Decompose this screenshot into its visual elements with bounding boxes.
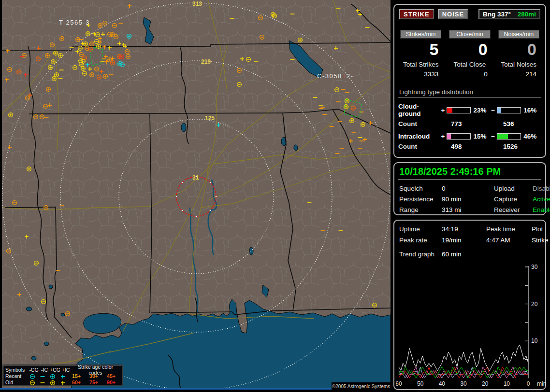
strikes-per-min-value: 5 [398, 41, 443, 58]
legend-col-neg-cg: -CG [29, 367, 39, 373]
ic-pos-bar [447, 133, 471, 140]
upload-status: Disabled [533, 185, 550, 192]
svg-text:30: 30 [460, 380, 467, 387]
cloud-ground-label: Cloud-ground [398, 103, 441, 117]
noise-mode-button[interactable]: NOISE [438, 9, 468, 19]
ring-label-219: 219 [201, 58, 211, 65]
close-per-min-meter: Close/min 0 Total Close 0 [447, 30, 492, 78]
svg-text:60: 60 [396, 380, 402, 387]
ic-pos-count: 498 [451, 143, 503, 150]
age-45-label: 45+ [102, 373, 120, 379]
trend-graph-chart: 1020306050403020100min [396, 262, 550, 389]
legend-col-pos-ic: +IC [60, 367, 71, 373]
circle-plus-icon [47, 373, 58, 379]
distribution-title: Lightning type distribution [398, 88, 541, 98]
copyright-text: ©2005 Astrogenic Systems [332, 382, 391, 391]
circle-minus-icon [28, 373, 38, 379]
settings-grid: Squelch 0 Upload Disabled Persistence 90… [398, 180, 541, 213]
svg-text:10: 10 [531, 337, 538, 344]
intracloud-label: Intracloud [398, 133, 441, 140]
total-noises-label: Total Noises [496, 61, 541, 68]
close-per-min-chip[interactable]: Close/min [449, 30, 490, 39]
plot-value: Strike [532, 237, 549, 244]
capture-label: Capture [494, 196, 533, 203]
svg-text:0: 0 [527, 380, 530, 387]
svg-text:50: 50 [417, 380, 424, 387]
legend-recent-row: Recent 15+ 30+ 45+ [5, 373, 120, 379]
telemetry-panel: STRIKE NOISE Bng 337° 280mi Strikes/min … [392, 0, 550, 392]
cg-neg-pct: 16% [523, 107, 541, 114]
persistence-value: 90 min [442, 196, 494, 203]
legend-old-row: Old 60+ 75+ 90+ [5, 379, 120, 385]
upload-label: Upload [494, 185, 533, 192]
total-strikes-value: 3333 [398, 70, 443, 78]
uptime-grid: Uptime 34:19 Peak time Plot Peak rate 19… [398, 224, 541, 244]
strike-mode-button[interactable]: STRIKE [399, 9, 434, 19]
trend-graph-row: Trend graph 60 min [398, 244, 541, 258]
trend-box: Uptime 34:19 Peak time Plot Peak rate 19… [393, 220, 546, 390]
range-label: Range [399, 206, 442, 213]
minus-icon [37, 373, 47, 379]
datetime-display: 10/18/2025 2:49:16 PM [398, 165, 541, 180]
svg-text:T-2565-3-: T-2565-3- [59, 19, 93, 26]
ring-label-31: 31 [192, 174, 199, 181]
symbols-legend: Symbols -CG -IC +CG +IC Strike age color… [3, 365, 122, 385]
svg-text:10: 10 [504, 380, 510, 387]
strikes-per-min-chip[interactable]: Strikes/min [400, 30, 441, 39]
bearing-readout: Bng 337° 280mi [478, 9, 540, 19]
noises-per-min-meter: Noises/min 0 Total Noises 214 [496, 30, 541, 78]
total-close-value: 0 [447, 70, 492, 78]
noises-per-min-chip[interactable]: Noises/min [498, 30, 539, 39]
svg-text:min: min [537, 380, 546, 387]
legend-symbols-header: Symbols [5, 367, 29, 373]
lightning-map[interactable]: 313 219 125 31 T-2565-3-C-3058+2- [0, 0, 391, 392]
legend-header-row: Symbols -CG -IC +CG +IC Strike age color… [5, 367, 120, 373]
cg-pos-bar [447, 107, 471, 113]
rate-meters: Strikes/min 5 Total Strikes 3333 Close/m… [398, 30, 541, 78]
age-30-label: 30+ [85, 373, 102, 379]
ic-neg-bar [497, 133, 521, 140]
cg-neg-count: 536 [503, 120, 514, 127]
svg-text:30: 30 [531, 264, 538, 270]
noises-per-min-value: 0 [496, 41, 541, 58]
trend-graph-value: 60 min [442, 251, 540, 258]
cg-pos-pct: 23% [473, 107, 491, 114]
total-noises-value: 214 [496, 70, 541, 78]
receiver-status: Enabled [533, 206, 550, 213]
uptime-value: 34:19 [442, 225, 486, 233]
total-strikes-label: Total Strikes [398, 61, 443, 68]
squelch-value: 0 [442, 185, 494, 192]
capture-status: Active [533, 196, 550, 203]
circle-plus-icon [47, 379, 58, 385]
ic-neg-count: 1526 [503, 143, 518, 150]
legend-col-pos-cg: +CG [50, 367, 60, 373]
legend-recent-label: Recent [5, 373, 28, 379]
strikes-per-min-meter: Strikes/min 5 Total Strikes 3333 [398, 30, 443, 78]
svg-text:C-3058+2-: C-3058+2- [317, 72, 353, 80]
intracloud-row: Intracloud + 15% − 46% [398, 133, 541, 140]
app-root: { "app": {"copyright": "©2005 Astrogenic… [0, 0, 550, 392]
plus-sign: + [441, 107, 447, 114]
ic-pos-pct: 15% [473, 133, 491, 140]
total-close-label: Total Close [447, 61, 492, 68]
svg-text:20: 20 [482, 380, 489, 387]
peak-rate-label: Peak rate [399, 237, 442, 244]
status-box: 10/18/2025 2:49:16 PM Squelch 0 Upload D… [393, 162, 546, 215]
count-label: Count [398, 143, 451, 150]
legend-old-label: Old [5, 379, 28, 385]
bearing-distance: 280mi [518, 11, 536, 18]
peak-time-label: Peak time [486, 225, 532, 233]
stats-box: STRIKE NOISE Bng 337° 280mi Strikes/min … [393, 4, 546, 158]
close-per-min-value: 0 [447, 41, 492, 58]
intracloud-counts: Count 498 1526 [398, 143, 541, 150]
count-label: Count [398, 120, 451, 127]
minus-sign: − [491, 133, 497, 140]
plus-icon [58, 373, 68, 379]
cloud-ground-row: Cloud-ground + 23% − 16% [398, 103, 541, 117]
minus-icon [37, 379, 47, 385]
cg-neg-bar [497, 107, 521, 113]
legend-col-neg-ic: -IC [39, 367, 50, 373]
svg-text:20: 20 [531, 301, 538, 308]
ic-neg-pct: 46% [523, 133, 541, 140]
plot-label: Plot [532, 225, 549, 233]
